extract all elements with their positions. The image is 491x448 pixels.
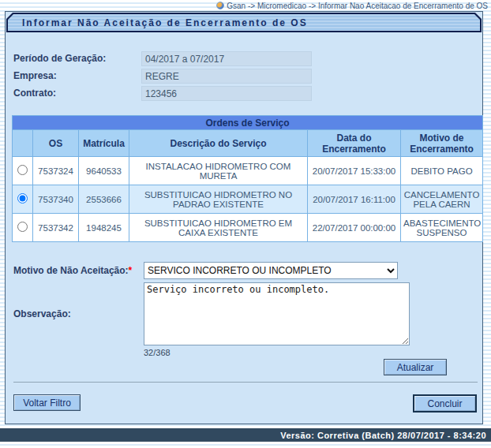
os-cell: 7537342 [33, 214, 79, 242]
motivo-cell: ABASTECIMENTO SUSPENSO [401, 214, 483, 242]
empresa-value: REGRE [141, 69, 312, 84]
version-text: Versão: Corretiva (Batch) 28/07/2017 - 8… [280, 431, 486, 440]
data-cell: 22/07/2017 00:00:00 [308, 214, 401, 242]
radio-cell [13, 185, 33, 214]
contrato-value: 123456 [141, 86, 312, 101]
os-cell: 7537324 [33, 157, 79, 185]
motivo-nao-aceitacao-label: Motivo de Não Aceitação:* [13, 265, 144, 276]
page-title: Informar Não Aceitação de Encerramento d… [8, 17, 308, 28]
orders-table: Ordens de Serviço OS Matrícula Descrição… [12, 115, 483, 242]
matricula-cell: 1948245 [79, 214, 129, 242]
breadcrumb: Gsan -> Micromedicao -> Informar Nao Ace… [0, 0, 491, 11]
page-title-bar: Informar Não Aceitação de Encerramento d… [6, 13, 482, 32]
required-marker: * [129, 265, 133, 276]
radio-cell [13, 157, 33, 185]
empresa-row: Empresa: REGRE [6, 67, 482, 84]
table-row: 7537324 9640533 INSTALACAO HIDROMETRO CO… [13, 157, 483, 185]
observacao-label: Observação: [13, 308, 144, 319]
contrato-row: Contrato: 123456 [6, 84, 482, 102]
periodo-row: Período de Geração: 04/2017 a 07/2017 [6, 50, 482, 67]
observacao-textarea[interactable]: Serviço incorreto ou incompleto. [144, 282, 410, 345]
descricao-cell: SUBSTITUICAO HIDROMETRO NO PADRAO EXISTE… [129, 185, 308, 214]
orders-table-title-row: Ordens de Serviço [13, 116, 483, 130]
empresa-label: Empresa: [13, 70, 141, 81]
descricao-cell: SUBSTITUICAO HIDROMETRO EM CAIXA EXISTEN… [129, 214, 308, 242]
motivo-nao-aceitacao-select[interactable]: SERVICO INCORRETO OU INCOMPLETO [144, 262, 398, 279]
filter-summary: Período de Geração: 04/2017 a 07/2017 Em… [6, 50, 482, 102]
matricula-cell: 9640533 [79, 157, 129, 185]
table-row: 7537342 1948245 SUBSTITUICAO HIDROMETRO … [13, 214, 483, 242]
data-cell: 20/07/2017 15:33:00 [308, 157, 401, 185]
atualizar-button[interactable]: Atualizar [384, 359, 447, 375]
motivo-cell: CANCELAMENTO PELA CAERN [401, 185, 483, 214]
descricao-cell: INSTALACAO HIDROMETRO COM MURETA [129, 157, 308, 185]
col-descricao: Descrição do Serviço [129, 130, 308, 157]
motivo-nao-aceitacao-row: Motivo de Não Aceitação:* SERVICO INCORR… [6, 262, 482, 279]
orders-table-title: Ordens de Serviço [13, 116, 483, 130]
os-radio[interactable] [17, 222, 28, 232]
table-row: 7537340 2553666 SUBSTITUICAO HIDROMETRO … [13, 185, 483, 214]
os-radio[interactable] [17, 193, 28, 203]
main-panel: Informar Não Aceitação de Encerramento d… [5, 11, 483, 424]
data-cell: 20/07/2017 16:11:00 [308, 185, 401, 214]
col-motivo-encerramento: Motivo de Encerramento [401, 130, 483, 157]
matricula-cell: 2553666 [79, 185, 129, 214]
orders-table-header-row: OS Matrícula Descrição do Serviço Data d… [13, 130, 483, 157]
os-radio[interactable] [17, 165, 28, 175]
version-bar: Versão: Corretiva (Batch) 28/07/2017 - 8… [0, 428, 491, 442]
gsan-logo-icon [216, 2, 224, 9]
contrato-label: Contrato: [13, 88, 141, 99]
voltar-filtro-button[interactable]: Voltar Filtro [13, 394, 81, 411]
col-matricula: Matrícula [79, 130, 129, 157]
os-cell: 7537340 [33, 185, 79, 214]
radio-cell [13, 214, 33, 242]
concluir-button[interactable]: Concluir [413, 394, 477, 413]
breadcrumb-text[interactable]: Gsan -> Micromedicao -> Informar Nao Ace… [227, 2, 488, 10]
periodo-label: Período de Geração: [13, 53, 141, 64]
observacao-row: Observação: Serviço incorreto ou incompl… [6, 282, 482, 345]
char-counter: 32/368 [144, 348, 482, 357]
col-radio [13, 130, 33, 157]
col-data-encerramento: Data do Encerramento [308, 130, 401, 157]
divider [13, 382, 478, 383]
motivo-cell: DEBITO PAGO [401, 157, 483, 185]
col-os: OS [33, 130, 79, 157]
periodo-value: 04/2017 a 07/2017 [141, 51, 312, 66]
